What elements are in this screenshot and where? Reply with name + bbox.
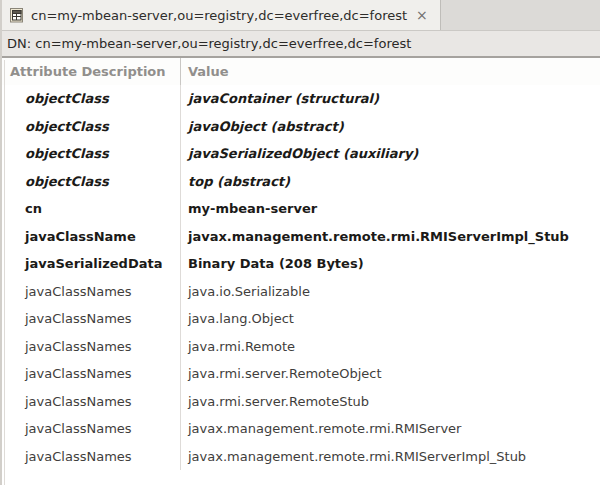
table-row[interactable]: cn my-mbean-server <box>2 195 600 223</box>
table-row[interactable]: javaClassName javax.management.remote.rm… <box>2 223 600 251</box>
attribute-description-cell: javaClassNames <box>2 333 180 361</box>
value-cell: my-mbean-server <box>180 195 600 223</box>
attribute-description-cell: javaClassNames <box>2 305 180 333</box>
value-cell: javaSerializedObject (auxiliary) <box>180 140 600 168</box>
column-header-attribute-description[interactable]: Attribute Description <box>2 58 180 85</box>
entry-editor-window: cn=my-mbean-server,ou=registry,dc=everfr… <box>0 0 600 485</box>
table-row[interactable]: objectClass javaContainer (structural) <box>2 85 600 113</box>
attribute-description-cell: objectClass <box>2 85 180 113</box>
value-cell: javax.management.remote.rmi.RMIServer <box>180 415 600 443</box>
tab-entry-editor[interactable]: cn=my-mbean-server,ou=registry,dc=everfr… <box>2 0 441 30</box>
attribute-description-cell: cn <box>2 195 180 223</box>
table-row[interactable]: objectClass javaSerializedObject (auxili… <box>2 140 600 168</box>
attribute-description-cell: javaClassNames <box>2 388 180 416</box>
value-cell: java.rmi.server.RemoteObject <box>180 360 600 388</box>
dn-bar: DN: cn=my-mbean-server,ou=registry,dc=ev… <box>2 31 600 58</box>
attributes-table: Attribute Description Value objectClass … <box>2 58 600 470</box>
value-cell: top (abstract) <box>180 168 600 196</box>
attribute-description-cell: javaSerializedData <box>2 250 180 278</box>
value-cell: javax.management.remote.rmi.RMIServerImp… <box>180 223 600 251</box>
close-icon[interactable]: × <box>416 8 428 22</box>
table-row[interactable]: javaClassNames java.rmi.server.RemoteObj… <box>2 360 600 388</box>
value-cell: Binary Data (208 Bytes) <box>180 250 600 278</box>
tab-bar: cn=my-mbean-server,ou=registry,dc=everfr… <box>2 0 600 31</box>
attribute-description-cell: javaClassNames <box>2 443 180 471</box>
table-row[interactable]: javaClassNames javax.management.remote.r… <box>2 443 600 471</box>
attribute-description-cell: javaClassName <box>2 223 180 251</box>
table-row[interactable]: objectClass javaObject (abstract) <box>2 113 600 141</box>
value-cell: javax.management.remote.rmi.RMIServerImp… <box>180 443 600 471</box>
value-cell: java.io.Serializable <box>180 278 600 306</box>
attribute-description-cell: objectClass <box>2 168 180 196</box>
table-body: objectClass javaContainer (structural) o… <box>2 85 600 470</box>
value-cell: javaObject (abstract) <box>180 113 600 141</box>
tab-label: cn=my-mbean-server,ou=registry,dc=everfr… <box>31 8 407 23</box>
table-header: Attribute Description Value <box>2 58 600 85</box>
table-row[interactable]: objectClass top (abstract) <box>2 168 600 196</box>
value-cell: java.lang.Object <box>180 305 600 333</box>
value-cell: javaContainer (structural) <box>180 85 600 113</box>
attribute-description-cell: objectClass <box>2 140 180 168</box>
table-row[interactable]: javaClassNames javax.management.remote.r… <box>2 415 600 443</box>
attribute-description-cell: javaClassNames <box>2 360 180 388</box>
table-row[interactable]: javaClassNames java.rmi.Remote <box>2 333 600 361</box>
attribute-description-cell: javaClassNames <box>2 415 180 443</box>
value-cell: java.rmi.Remote <box>180 333 600 361</box>
value-cell: java.rmi.server.RemoteStub <box>180 388 600 416</box>
table-row[interactable]: javaSerializedData Binary Data (208 Byte… <box>2 250 600 278</box>
table-row[interactable]: javaClassNames java.io.Serializable <box>2 278 600 306</box>
left-gutter-line <box>4 60 5 485</box>
table-row[interactable]: javaClassNames java.rmi.server.RemoteStu… <box>2 388 600 416</box>
column-header-value[interactable]: Value <box>180 58 600 85</box>
attribute-description-cell: objectClass <box>2 113 180 141</box>
dn-text: DN: cn=my-mbean-server,ou=registry,dc=ev… <box>7 36 411 51</box>
table-row[interactable]: javaClassNames java.lang.Object <box>2 305 600 333</box>
entry-table-icon <box>10 8 24 23</box>
attribute-description-cell: javaClassNames <box>2 278 180 306</box>
